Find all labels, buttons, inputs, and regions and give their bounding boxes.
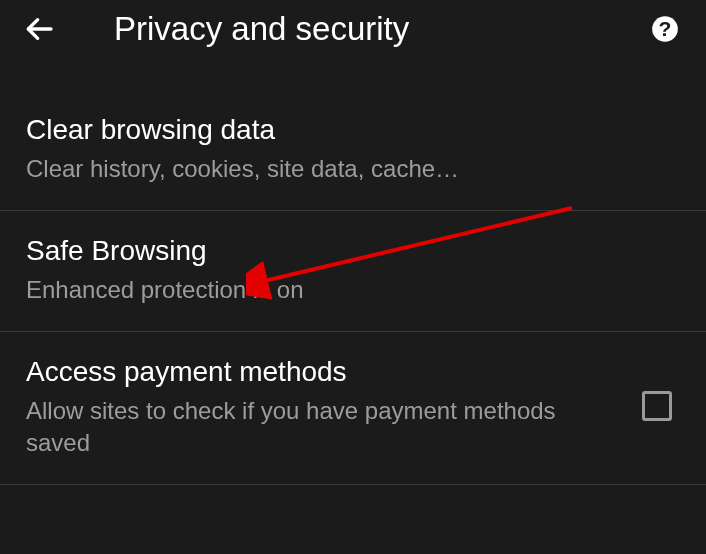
help-button[interactable]: ?	[650, 14, 680, 44]
item-subtitle: Enhanced protection is on	[26, 274, 680, 305]
item-subtitle: Clear history, cookies, site data, cache…	[26, 153, 680, 184]
item-text: Safe Browsing Enhanced protection is on	[26, 233, 680, 305]
settings-list: Clear browsing data Clear history, cooki…	[0, 62, 706, 485]
back-button[interactable]	[18, 8, 60, 50]
item-title: Clear browsing data	[26, 112, 680, 147]
item-text: Clear browsing data Clear history, cooki…	[26, 112, 680, 184]
item-title: Access payment methods	[26, 354, 626, 389]
page-title: Privacy and security	[60, 10, 650, 48]
back-arrow-icon	[23, 13, 55, 45]
item-title: Safe Browsing	[26, 233, 680, 268]
item-text: Access payment methods Allow sites to ch…	[26, 354, 626, 457]
help-icon: ?	[651, 15, 679, 43]
svg-text:?: ?	[659, 17, 672, 40]
access-payment-methods-item[interactable]: Access payment methods Allow sites to ch…	[0, 332, 706, 484]
clear-browsing-data-item[interactable]: Clear browsing data Clear history, cooki…	[0, 90, 706, 211]
header: Privacy and security ?	[0, 0, 706, 62]
safe-browsing-item[interactable]: Safe Browsing Enhanced protection is on	[0, 211, 706, 332]
payment-methods-checkbox[interactable]	[642, 391, 672, 421]
item-subtitle: Allow sites to check if you have payment…	[26, 395, 626, 457]
